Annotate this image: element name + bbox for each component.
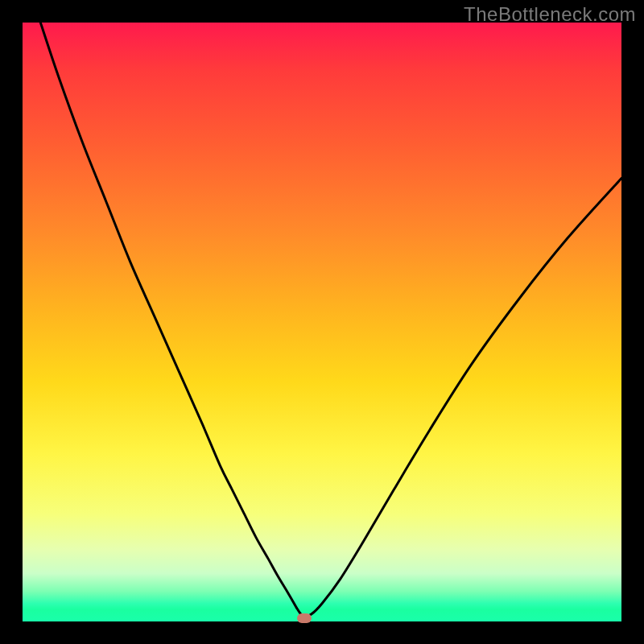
watermark-text: TheBottleneck.com	[464, 3, 636, 26]
chart-frame: TheBottleneck.com	[0, 0, 644, 644]
curve-min-marker	[297, 613, 312, 623]
plot-area	[23, 23, 621, 621]
bottleneck-curve	[23, 23, 621, 621]
